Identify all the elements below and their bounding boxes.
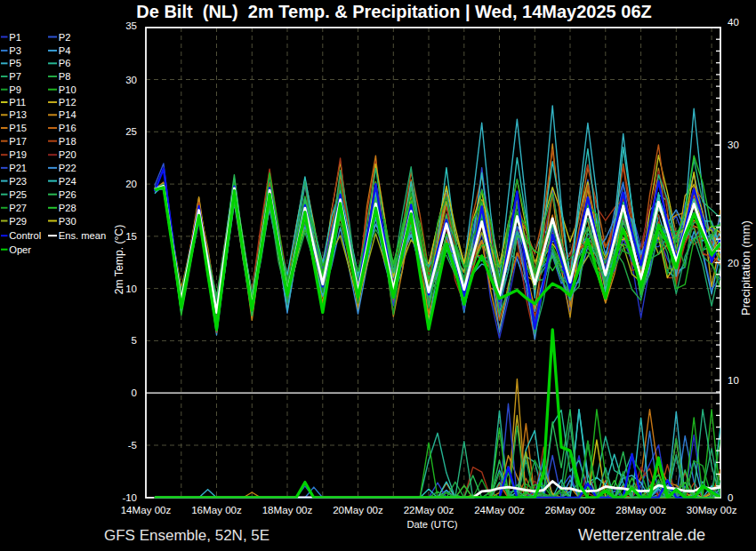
svg-text:24May 00z: 24May 00z [474, 504, 525, 515]
svg-text:15: 15 [125, 231, 137, 242]
svg-text:Control: Control [9, 230, 41, 241]
svg-text:P6: P6 [59, 58, 71, 68]
svg-text:22May 00z: 22May 00z [404, 504, 454, 515]
svg-text:Date (UTC): Date (UTC) [406, 519, 457, 530]
svg-text:30: 30 [125, 75, 137, 85]
svg-text:Ens. mean: Ens. mean [59, 230, 106, 241]
svg-text:P26: P26 [59, 189, 76, 200]
svg-text:-5: -5 [128, 440, 137, 451]
svg-text:P17: P17 [9, 136, 27, 147]
svg-text:P16: P16 [59, 123, 76, 133]
svg-text:P22: P22 [59, 163, 76, 173]
svg-text:P9: P9 [9, 84, 21, 95]
svg-text:P14: P14 [59, 109, 76, 120]
svg-text:GFS Ensemble, 52N, 5E: GFS Ensemble, 52N, 5E [104, 527, 269, 544]
svg-text:De Bilt (NL) 2m Temp. & Prec: De Bilt (NL) 2m Temp. & Precipitation | … [136, 2, 651, 21]
svg-text:P20: P20 [59, 149, 76, 160]
svg-text:0: 0 [132, 387, 137, 398]
svg-text:16May 00z: 16May 00z [191, 504, 242, 515]
svg-text:Wetterzentrale.de: Wetterzentrale.de [578, 526, 705, 544]
svg-text:Oper: Oper [9, 244, 31, 255]
svg-text:20: 20 [125, 179, 137, 189]
svg-text:P25: P25 [9, 189, 27, 200]
svg-text:40: 40 [728, 17, 739, 28]
svg-text:P29: P29 [9, 216, 27, 227]
svg-text:P11: P11 [9, 97, 26, 108]
svg-text:P7: P7 [9, 71, 21, 82]
svg-text:P3: P3 [9, 45, 21, 56]
svg-text:P18: P18 [59, 136, 76, 147]
svg-text:10: 10 [728, 375, 739, 386]
svg-text:20May 00z: 20May 00z [333, 504, 383, 515]
svg-text:20: 20 [728, 258, 739, 268]
svg-text:P15: P15 [9, 123, 27, 133]
svg-text:Precipitation (mm): Precipitation (mm) [740, 220, 753, 315]
svg-text:P19: P19 [9, 149, 27, 160]
svg-text:28May 00z: 28May 00z [615, 504, 666, 515]
svg-text:P4: P4 [59, 45, 71, 56]
svg-text:26May 00z: 26May 00z [545, 504, 596, 515]
svg-text:25: 25 [125, 126, 137, 137]
svg-text:-10: -10 [122, 492, 137, 503]
svg-text:P5: P5 [9, 58, 21, 68]
svg-text:P30: P30 [59, 216, 76, 227]
svg-text:P24: P24 [59, 176, 76, 187]
svg-text:P1: P1 [9, 32, 21, 43]
svg-text:P10: P10 [59, 84, 76, 95]
svg-text:2m Temp. (°C): 2m Temp. (°C) [113, 225, 125, 294]
svg-text:18May 00z: 18May 00z [262, 504, 313, 515]
svg-text:0: 0 [728, 492, 733, 503]
svg-text:14May 00z: 14May 00z [121, 504, 172, 515]
svg-text:35: 35 [125, 20, 137, 31]
svg-text:P8: P8 [59, 71, 71, 82]
svg-text:P28: P28 [59, 203, 76, 213]
svg-text:P12: P12 [59, 97, 76, 108]
svg-text:P13: P13 [9, 109, 27, 120]
svg-text:P23: P23 [9, 176, 27, 187]
svg-text:30: 30 [728, 140, 739, 150]
svg-text:P2: P2 [59, 32, 71, 43]
svg-text:30May 00z: 30May 00z [687, 504, 737, 515]
svg-text:P21: P21 [9, 163, 27, 173]
svg-text:10: 10 [125, 283, 137, 294]
svg-text:P27: P27 [9, 203, 27, 213]
svg-text:5: 5 [132, 335, 137, 346]
